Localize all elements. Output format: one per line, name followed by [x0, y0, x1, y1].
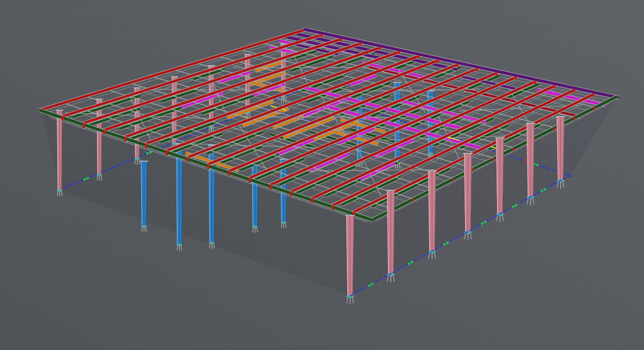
- purlin-end-plate: [492, 158, 494, 161]
- rafter-end-plate: [228, 171, 230, 175]
- rafter-end-plate: [437, 59, 439, 63]
- rafter-end-plate: [62, 116, 64, 120]
- rafter-end-plate: [332, 205, 334, 210]
- purlin-end-plate: [472, 168, 474, 171]
- rafter-end-plate: [145, 144, 147, 148]
- rafter-end-plate: [165, 150, 168, 155]
- rafter-end-plate: [321, 34, 322, 37]
- purlin-end-plate: [513, 148, 515, 150]
- rafter-end-plate: [515, 76, 517, 80]
- cad-3d-viewport[interactable]: [0, 0, 644, 350]
- rafter-end-plate: [186, 157, 189, 162]
- rafter-end-plate: [399, 51, 401, 54]
- rafter-end-plate: [573, 89, 575, 93]
- purlin-end-plate: [553, 127, 555, 130]
- purlin-end-plate: [594, 107, 596, 110]
- rafter-end-plate: [340, 38, 342, 41]
- rafter-end-plate: [207, 164, 209, 168]
- rafter-end-plate: [379, 47, 381, 50]
- rafter-end-plate: [124, 137, 127, 141]
- purlin-end-plate: [412, 199, 414, 201]
- rafter-end-plate: [593, 93, 595, 97]
- rafter-end-plate: [496, 72, 498, 76]
- purlin-end-plate: [452, 178, 454, 181]
- rafter-end-plate: [534, 81, 536, 84]
- rafter-end-plate: [249, 178, 251, 182]
- rafter-end-plate: [457, 64, 459, 67]
- rafter-end-plate: [311, 199, 313, 203]
- rafter-end-plate: [290, 192, 292, 196]
- purlin-end-plate: [573, 117, 575, 120]
- rafter-end-plate: [269, 184, 272, 189]
- rafter-end-plate: [554, 85, 556, 88]
- model-scene-svg[interactable]: [0, 0, 644, 350]
- rafter-end-plate: [476, 68, 478, 71]
- rafter-end-plate: [360, 42, 362, 46]
- rafter-end-plate: [103, 130, 106, 134]
- rafter-end-plate: [418, 55, 420, 58]
- rafter-end-plate: [82, 123, 85, 128]
